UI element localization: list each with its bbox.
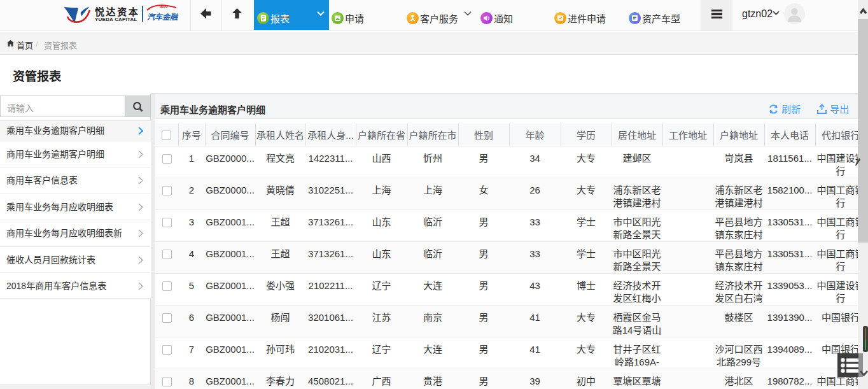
svg-text:auto: auto: [160, 4, 168, 8]
